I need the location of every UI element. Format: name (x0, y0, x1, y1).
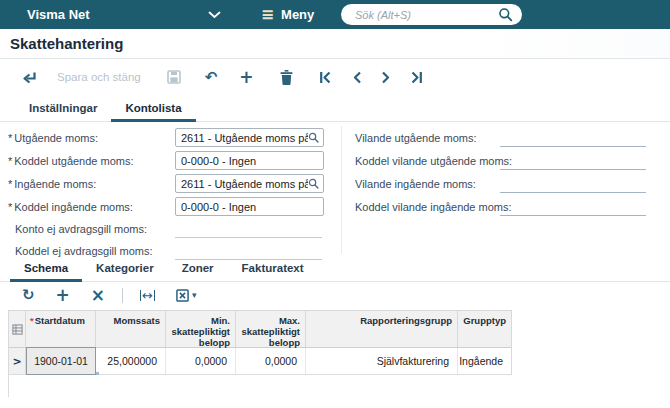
next-record-button[interactable] (379, 69, 393, 86)
export-excel-button[interactable]: ▾ (174, 287, 199, 304)
caret-down-icon: ▾ (192, 291, 197, 300)
field-label: Koddel ingående moms: (14, 201, 133, 213)
chevron-down-icon (208, 11, 221, 19)
field-label: Koddel vilande ingående moms: (355, 201, 512, 213)
column-header-grupptyp[interactable]: Grupptyp (458, 311, 511, 347)
chevron-left-icon (352, 71, 362, 84)
tab-fakturatext[interactable]: Fakturatext (228, 262, 318, 281)
field-label: Koddel vilande utgående moms: (355, 155, 512, 167)
field-label-row: Koddel vilande ingående moms: (355, 197, 512, 216)
undo-button[interactable]: ↶ (203, 68, 220, 87)
page-title: Skattehantering (10, 35, 123, 52)
tab-kontolista[interactable]: Kontolista (111, 102, 195, 121)
ingaende-moms-field (175, 174, 324, 193)
column-header-min-belopp[interactable]: Min. skattepliktigt belopp (166, 311, 236, 347)
field-label: Utgående moms: (14, 132, 98, 144)
grid-toolbar: ↻ + × ↔ ▾ (0, 283, 670, 307)
cell-rapporteringsgrupp[interactable]: Självfakturering (306, 348, 458, 374)
back-button[interactable] (18, 68, 39, 87)
first-record-button[interactable] (317, 69, 334, 86)
field-label: Vilande ingående moms: (355, 178, 476, 190)
app-name: Visma Net (27, 7, 90, 22)
koddel-utgaende-input[interactable] (181, 155, 323, 167)
tab-schema[interactable]: Schema (10, 262, 82, 281)
row-marker[interactable]: > (9, 348, 26, 374)
row-settings-icon[interactable] (9, 311, 26, 347)
back-arrow-icon (20, 70, 37, 85)
field-label-row: * Utgående moms: (8, 128, 98, 147)
field-label-row: * Koddel utgående moms: (8, 151, 134, 170)
column-header-max-belopp[interactable]: Max. skattepliktigt belopp (236, 311, 306, 347)
save-button[interactable] (165, 68, 183, 86)
field-label-row: * Koddel ingående moms: (8, 197, 133, 216)
menu-button[interactable]: ≡ Meny (261, 7, 315, 23)
field-label: Koddel utgående moms: (14, 155, 133, 167)
cell-grupptyp[interactable]: Ingående (458, 348, 511, 374)
tab-kategorier[interactable]: Kategorier (82, 262, 168, 281)
top-bar: Visma Net ≡ Meny (0, 0, 670, 29)
toolbar-separator (122, 288, 123, 303)
field-label: Ingående moms: (14, 178, 96, 190)
konto-ej-avdragsgill-field[interactable] (175, 219, 322, 238)
save-close-button[interactable]: Spara och stäng (51, 70, 147, 84)
field-label: Konto ej avdragsgill moms: (15, 223, 147, 235)
delete-record-button[interactable] (278, 68, 295, 87)
close-icon: × (91, 287, 105, 304)
required-marker: * (8, 201, 12, 213)
tab-installningar[interactable]: Inställningar (15, 102, 111, 121)
fit-width-button[interactable]: ↔ (138, 288, 157, 303)
column-header-rapporteringsgrupp[interactable]: Rapporteringsgrupp (306, 311, 458, 347)
required-marker: * (30, 315, 34, 326)
vilande-ingaende-field[interactable] (500, 174, 646, 193)
table-row: > 1900-01-01 25,000000 0,0000 0,0000 Sjä… (9, 348, 511, 375)
search-input[interactable] (353, 8, 498, 22)
utgaende-moms-field (175, 128, 324, 147)
koddel-ingaende-field (175, 197, 324, 216)
plus-icon: + (239, 69, 253, 86)
delete-row-button[interactable]: × (89, 285, 107, 306)
workspace-dropdown[interactable] (208, 11, 221, 19)
field-label-row: Konto ej avdragsgill moms: (15, 219, 147, 238)
field-label-row: * Ingående moms: (8, 174, 96, 193)
cell-min-belopp[interactable]: 0,0000 (166, 348, 236, 374)
tab-zoner[interactable]: Zoner (168, 262, 228, 281)
koddel-vilande-ingaende-field[interactable] (500, 197, 646, 216)
schema-grid: *Startdatum Momssats Min. skattepliktigt… (8, 310, 512, 375)
hamburger-icon: ≡ (261, 7, 274, 23)
ingaende-moms-input[interactable] (181, 178, 308, 190)
last-record-button[interactable] (408, 69, 425, 86)
field-label-row: Koddel vilande utgående moms: (355, 151, 512, 170)
utgaende-moms-input[interactable] (181, 132, 308, 144)
koddel-vilande-utgaende-field[interactable] (500, 151, 646, 170)
app-window: Visma Net ≡ Meny Skattehantering Spara o… (0, 0, 670, 408)
cell-max-belopp[interactable]: 0,0000 (236, 348, 306, 374)
vilande-utgaende-field[interactable] (500, 128, 646, 147)
grid-header-row: *Startdatum Momssats Min. skattepliktigt… (9, 311, 511, 348)
column-header-startdatum[interactable]: *Startdatum (26, 311, 96, 347)
field-label: Vilande utgående moms: (355, 132, 477, 144)
previous-record-button[interactable] (350, 69, 364, 86)
add-row-button[interactable]: + (54, 285, 72, 306)
excel-icon (176, 289, 189, 302)
refresh-icon: ↻ (22, 288, 35, 303)
search-icon[interactable] (498, 7, 513, 22)
global-search (341, 4, 522, 25)
column-header-momssats[interactable]: Momssats (96, 311, 166, 347)
save-icon (167, 70, 181, 84)
first-record-icon (319, 71, 332, 84)
add-record-button[interactable]: + (237, 67, 255, 88)
refresh-button[interactable]: ↻ (20, 286, 37, 305)
field-label: Koddel ej avdragsgill moms: (15, 245, 153, 257)
undo-icon: ↶ (205, 70, 218, 85)
cell-momssats[interactable]: 25,000000 (96, 348, 166, 374)
grid-left-border (8, 373, 9, 397)
koddel-ingaende-input[interactable] (181, 201, 323, 213)
required-marker: * (8, 155, 12, 167)
required-marker: * (8, 178, 12, 190)
lookup-icon[interactable] (308, 132, 319, 143)
koddel-utgaende-field (175, 151, 324, 170)
title-bar: Skattehantering (0, 29, 670, 59)
lookup-icon[interactable] (308, 178, 319, 189)
kontolista-form: * Utgående moms: * Koddel utgående moms:… (0, 122, 670, 258)
cell-startdatum[interactable]: 1900-01-01 (26, 347, 96, 375)
